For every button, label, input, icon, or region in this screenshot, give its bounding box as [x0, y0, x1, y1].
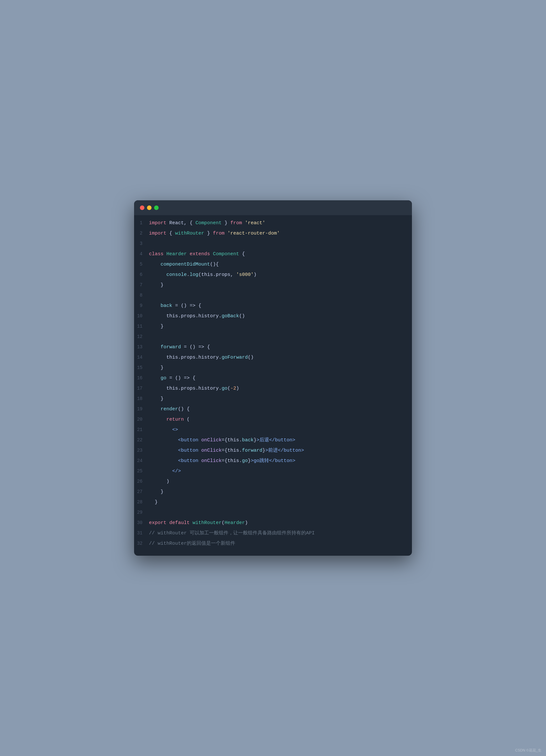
- code-line: 6 console.log(this.props, 's000'): [134, 270, 412, 280]
- code-line: 27 }: [134, 487, 412, 498]
- line-number: 21: [134, 426, 149, 434]
- minimize-button[interactable]: [147, 205, 152, 210]
- code-line: 30export default withRouter(Hearder): [134, 518, 412, 529]
- code-line: 25 </>: [134, 467, 412, 477]
- code-line: 1import React, { Component } from 'react…: [134, 218, 412, 229]
- line-content: <button onClick={this.forward}>前进</butto…: [149, 446, 412, 455]
- line-number: 1: [134, 219, 149, 227]
- line-number: 25: [134, 467, 149, 475]
- token: withRouter: [193, 520, 222, 526]
- line-content: go = () => {: [149, 374, 412, 383]
- token: React, {: [166, 220, 195, 226]
- code-line: 20 return (: [134, 415, 412, 425]
- token: {: [166, 231, 175, 236]
- token: this.props.history.: [149, 355, 222, 360]
- maximize-button[interactable]: [154, 205, 159, 210]
- watermark: CSDN ©花花_生: [515, 748, 541, 753]
- line-content: render() {: [149, 405, 412, 414]
- token: [149, 448, 178, 453]
- token: <button: [178, 437, 198, 443]
- token: extends: [190, 251, 210, 257]
- token: }: [149, 499, 158, 505]
- line-number: 14: [134, 354, 149, 362]
- line-content: }: [149, 395, 412, 403]
- line-content: [149, 509, 412, 517]
- code-line: 26 ): [134, 477, 412, 487]
- code-editor: 1import React, { Component } from 'react…: [134, 215, 412, 556]
- line-content: [149, 240, 412, 248]
- code-line: 29: [134, 508, 412, 518]
- token: ): [245, 520, 248, 526]
- token: forward: [161, 344, 181, 350]
- titlebar: [134, 200, 412, 215]
- token: [149, 272, 166, 278]
- token: [198, 437, 201, 443]
- token: go: [161, 375, 166, 381]
- code-line: 5 componentDidMount(){: [134, 260, 412, 270]
- token: onClick: [201, 448, 222, 453]
- token: }: [149, 489, 163, 495]
- token: default: [169, 520, 190, 526]
- token: (: [184, 417, 190, 422]
- line-content: class Hearder extends Component {: [149, 250, 412, 258]
- close-button[interactable]: [140, 205, 144, 210]
- code-line: 11 }: [134, 322, 412, 332]
- token: 's000': [236, 272, 254, 278]
- token: [149, 375, 161, 381]
- token: console: [166, 272, 187, 278]
- code-line: 23 <button onClick={this.forward}>前进</bu…: [134, 446, 412, 456]
- token: Component: [195, 220, 222, 226]
- line-number: 13: [134, 343, 149, 351]
- code-line: 4class Hearder extends Component {: [134, 249, 412, 260]
- line-number: 4: [134, 250, 149, 258]
- token: [198, 458, 201, 464]
- line-number: 8: [134, 292, 149, 299]
- token: import: [149, 220, 166, 226]
- token: onClick: [201, 437, 222, 443]
- code-line: 12: [134, 332, 412, 342]
- token: .: [187, 272, 190, 278]
- token: {: [239, 251, 245, 257]
- token: }: [149, 324, 163, 329]
- token: }: [149, 282, 163, 288]
- token: [225, 231, 227, 236]
- token: go: [242, 458, 248, 464]
- token: Hearder: [166, 251, 187, 257]
- token: go: [222, 386, 227, 391]
- token: [149, 468, 172, 474]
- line-number: 24: [134, 457, 149, 465]
- token: onClick: [201, 458, 222, 464]
- token: () {: [178, 406, 190, 412]
- token: ={this.: [222, 458, 242, 464]
- token: this.props.history.: [149, 313, 222, 319]
- line-number: 31: [134, 530, 149, 537]
- token: [149, 262, 161, 267]
- token: }: [149, 396, 163, 402]
- token: export: [149, 520, 166, 526]
- token: (this.props,: [198, 272, 236, 278]
- code-line: 14 this.props.history.goForward(): [134, 353, 412, 363]
- token: (): [248, 355, 254, 360]
- code-line: 18 }: [134, 394, 412, 404]
- token: back: [161, 303, 172, 309]
- line-number: 23: [134, 447, 149, 455]
- line-content: // withRouter的返回值是一个新组件: [149, 540, 412, 548]
- token: ={this.: [222, 437, 242, 443]
- code-line: 17 this.props.history.go(-2): [134, 384, 412, 394]
- line-content: <>: [149, 426, 412, 434]
- line-content: }: [149, 488, 412, 496]
- token: = () => {: [172, 303, 201, 309]
- token: }: [149, 365, 163, 371]
- code-window: 1import React, { Component } from 'react…: [134, 200, 412, 556]
- token: >后退</button>: [257, 437, 295, 443]
- token: }: [254, 437, 257, 443]
- code-line: 13 forward = () => {: [134, 342, 412, 353]
- token: </>: [172, 468, 181, 474]
- line-content: ): [149, 478, 412, 486]
- token: = () => {: [181, 344, 210, 350]
- code-line: 28 }: [134, 498, 412, 508]
- line-content: }: [149, 281, 412, 289]
- line-content: import { withRouter } from 'react-router…: [149, 229, 412, 238]
- line-number: 15: [134, 364, 149, 372]
- line-number: 6: [134, 271, 149, 279]
